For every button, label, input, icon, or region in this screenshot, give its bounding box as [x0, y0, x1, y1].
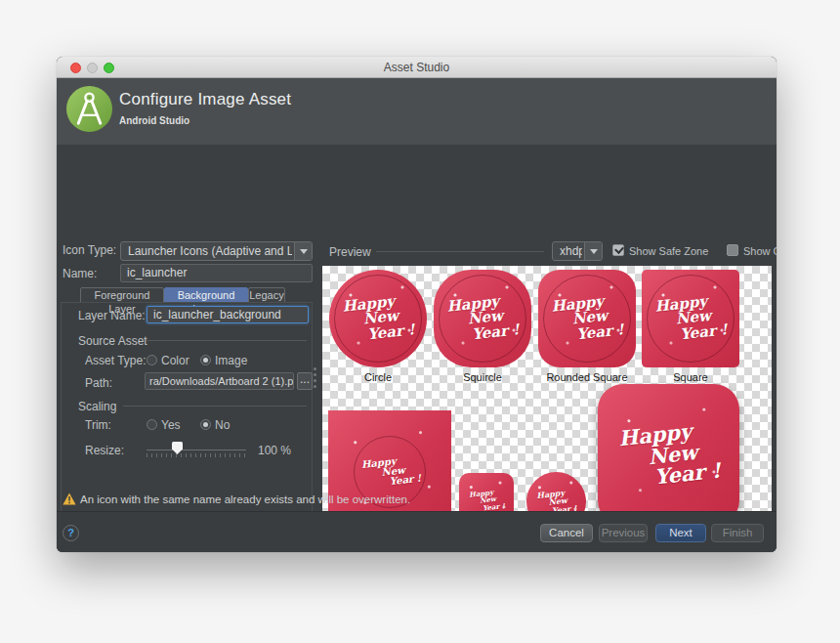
trim-no-label: No: [215, 418, 230, 432]
resize-slider[interactable]: [147, 441, 246, 460]
resize-label: Resize:: [85, 444, 124, 457]
asset-type-image-radio[interactable]: [200, 355, 211, 365]
source-asset-section-label: Source Asset: [78, 334, 147, 348]
preview-section-label: Preview: [329, 245, 371, 259]
preview-label: Squircle: [422, 371, 543, 383]
layer-name-label: Layer Name:: [78, 309, 146, 322]
warning-icon: [63, 493, 76, 505]
android-studio-logo-icon: [66, 86, 112, 132]
show-grid-label: Show Grid: [743, 245, 777, 257]
tab-legacy[interactable]: Legacy: [248, 287, 285, 303]
path-input[interactable]: ra/Downloads/Artboard 2 (1).png: [145, 372, 294, 390]
preview-label: Circle: [317, 371, 439, 383]
layer-name-input[interactable]: ic_launcher_background: [147, 306, 309, 323]
dialog-header: Configure Image Asset Android Studio: [57, 78, 777, 145]
page-title: Configure Image Asset: [119, 90, 291, 109]
icon-type-label: Icon Type:: [63, 243, 116, 257]
chevron-down-icon[interactable]: [584, 242, 602, 260]
section-divider: [376, 251, 544, 252]
warning-text: An icon with the same name already exist…: [80, 493, 410, 505]
finish-button[interactable]: Finish: [711, 524, 764, 542]
asset-type-color-label: Color: [161, 354, 189, 367]
trim-label: Trim:: [85, 418, 111, 432]
asset-studio-dialog: Asset Studio Configure Image Asset Andro…: [57, 57, 777, 552]
preview-circle-icon: HappyNewYear !: [329, 270, 427, 367]
previous-button[interactable]: Previous: [599, 524, 648, 542]
preview-rounded-square-icon: HappyNewYear !: [538, 270, 636, 367]
density-value: xhdpi: [560, 242, 582, 260]
tab-foreground-layer[interactable]: Foreground Layer: [80, 287, 164, 303]
slider-ticks: [147, 453, 246, 457]
show-safe-zone-checkbox[interactable]: [612, 244, 624, 256]
browse-path-button[interactable]: ...: [297, 372, 313, 390]
slider-track[interactable]: [147, 450, 246, 450]
panel-splitter-handle[interactable]: [314, 367, 316, 388]
window-title: Asset Studio: [57, 57, 777, 78]
resize-value: 100 %: [248, 444, 291, 457]
section-divider: [123, 406, 307, 407]
trim-yes-radio[interactable]: [147, 419, 157, 430]
name-input[interactable]: ic_launcher: [120, 264, 313, 282]
icon-type-dropdown[interactable]: Launcher Icons (Adaptive and Legacy): [120, 241, 313, 261]
show-safe-zone-label: Show Safe Zone: [629, 245, 708, 257]
footer: ? Cancel Previous Next Finish: [57, 512, 777, 552]
icon-type-value: Launcher Icons (Adaptive and Legacy): [128, 242, 292, 260]
trim-yes-label: Yes: [161, 418, 181, 432]
preview-square-icon: HappyNewYear !: [642, 270, 739, 367]
chevron-down-icon[interactable]: [294, 242, 312, 260]
preview-squircle-icon: HappyNewYear !: [434, 270, 531, 367]
titlebar[interactable]: Asset Studio: [57, 57, 777, 78]
name-label: Name:: [63, 267, 97, 280]
show-grid-checkbox[interactable]: [727, 244, 738, 256]
tab-background-layer[interactable]: Background Layer: [164, 287, 248, 303]
scaling-section-label: Scaling: [78, 400, 116, 413]
preview-label: Square: [630, 371, 751, 383]
page-subtitle: Android Studio: [119, 115, 189, 126]
path-label: Path:: [85, 376, 112, 390]
asset-type-color-radio[interactable]: [147, 355, 157, 365]
asset-type-label: Asset Type:: [85, 354, 146, 367]
help-button[interactable]: ?: [63, 525, 79, 541]
next-button[interactable]: Next: [655, 524, 706, 542]
dialog-body: Icon Type: Launcher Icons (Adaptive and …: [57, 145, 777, 552]
asset-type-image-label: Image: [215, 354, 247, 367]
trim-no-radio[interactable]: [200, 419, 211, 430]
density-dropdown[interactable]: xhdpi: [552, 241, 603, 261]
section-divider: [147, 340, 307, 341]
cancel-button[interactable]: Cancel: [540, 524, 593, 542]
warning-row: An icon with the same name already exist…: [57, 493, 777, 510]
